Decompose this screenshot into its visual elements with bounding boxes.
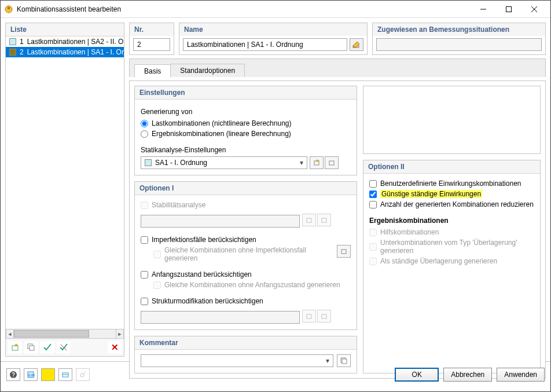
check-stabilitaet-label: Stabilitätsanalyse <box>152 201 205 209</box>
bem-panel: Zugewiesen an Bemessungssituationen <box>372 23 546 55</box>
tab-basis[interactable]: Basis <box>134 64 171 78</box>
check-anzahl[interactable]: Anzahl der generierten Kombinationen red… <box>369 199 534 210</box>
liste-row-label: Lastkombinationen | SA1 - I. Ord <box>27 48 124 56</box>
check-als: Als ständige Überlagerung generieren <box>369 256 534 266</box>
statik-label: Statikanalyse-Einstellungen <box>141 146 351 154</box>
cancel-button[interactable]: Abbrechen <box>443 368 492 382</box>
maximize-button[interactable] <box>496 1 521 18</box>
chevron-down-icon: ▾ <box>296 159 307 167</box>
check-strukturmod[interactable]: Strukturmodifikation berücksichtigen <box>141 296 351 306</box>
optionen2-header: Optionen II <box>363 160 540 174</box>
svg-rect-9 <box>30 346 34 350</box>
radio-ergebnis[interactable]: Ergebniskombinationen (lineare Berechnun… <box>141 129 351 139</box>
ergebnis-header: Ergebniskombinationen <box>369 217 534 225</box>
radio-lastkomb[interactable]: Lastkombinationen (nichtlineare Berechnu… <box>141 118 351 129</box>
tab-standardoptionen[interactable]: Standardoptionen <box>170 64 245 77</box>
check-guenstige-input[interactable] <box>369 190 377 198</box>
einstellungen-group: Einstellungen Generierung von Lastkombin… <box>134 86 357 175</box>
apply-button[interactable]: Anwenden <box>497 368 545 382</box>
edit-struktur-button <box>317 310 331 323</box>
new-statik-button[interactable]: ★ <box>310 156 324 169</box>
delete-button[interactable]: ✕ <box>108 341 122 354</box>
check-imperf-gleich-label: Gleiche Kombinationen ohne Imperfektions… <box>164 246 335 262</box>
settings-button[interactable] <box>76 368 90 381</box>
svg-line-29 <box>83 372 86 374</box>
uncheck-all-button[interactable] <box>57 341 71 354</box>
name-label: Name <box>179 23 367 36</box>
check-imperfektion-input[interactable] <box>141 236 148 244</box>
check-hilfs: Hilfskombinationen <box>369 227 534 237</box>
check-anfangszustand[interactable]: Anfangszustand berücksichtigen <box>141 269 351 280</box>
help-button[interactable] <box>6 368 20 381</box>
svg-rect-18 <box>307 314 311 318</box>
radio-lastkomb-label: Lastkombinationen (nichtlineare Berechnu… <box>152 119 291 127</box>
statik-select[interactable]: SA1 - I. Ordnung ▾ <box>141 156 307 169</box>
svg-rect-16 <box>322 218 326 222</box>
kommentar-header: Kommentar <box>135 336 357 350</box>
check-anf-gleich-label: Gleiche Kombinationen ohne Anfangszustan… <box>164 281 340 289</box>
check-benutzerdef[interactable]: Benutzerdefinierte Einwirkungskombinatio… <box>369 178 534 189</box>
kommentar-select[interactable]: ▾ <box>141 354 333 367</box>
kommentar-edit-button[interactable] <box>337 354 351 367</box>
check-als-input <box>369 258 377 265</box>
edit-name-button[interactable] <box>350 38 363 51</box>
liste-row[interactable]: 1 Lastkombinationen | SA2 - II. Ord <box>6 36 124 47</box>
minimize-button[interactable] <box>471 1 496 18</box>
chevron-down-icon: ▾ <box>322 357 333 365</box>
radio-lastkomb-input[interactable] <box>141 120 148 127</box>
liste-panel: Liste 1 Lastkombinationen | SA2 - II. Or… <box>5 23 124 357</box>
new-item-button[interactable]: ★ <box>8 341 22 354</box>
check-all-button[interactable] <box>41 341 54 354</box>
check-als-label: Als ständige Überlagerung generieren <box>380 257 497 265</box>
check-imperf-gleich: Gleiche Kombinationen ohne Imperfektions… <box>153 245 335 263</box>
name-input[interactable] <box>183 38 347 51</box>
liste-row[interactable]: 2 Lastkombinationen | SA1 - I. Ord <box>6 47 124 57</box>
new-struktur-button <box>302 310 316 323</box>
check-benutzerdef-label: Benutzerdefinierte Einwirkungskombinatio… <box>380 179 521 188</box>
gen-von-label: Generierung von <box>141 108 351 116</box>
calc-button[interactable]: 0,00 <box>24 368 38 381</box>
check-hilfs-label: Hilfskombinationen <box>380 228 439 236</box>
radio-ergebnis-input[interactable] <box>141 130 148 138</box>
horizontal-scrollbar[interactable]: ◄ ► <box>6 329 124 338</box>
titlebar: Kombinationsassistent bearbeiten <box>1 1 550 18</box>
color-button[interactable] <box>41 368 55 381</box>
svg-rect-3 <box>506 6 512 12</box>
tabs: Basis Standardoptionen <box>129 58 546 77</box>
liste-header: Liste <box>6 23 124 36</box>
svg-text:★: ★ <box>315 159 319 163</box>
name-panel: Name <box>179 23 368 55</box>
scroll-right-icon[interactable]: ► <box>116 329 124 338</box>
swatch-icon <box>9 38 16 45</box>
check-guenstige[interactable]: Günstige ständige Einwirkungen <box>369 189 534 199</box>
scroll-left-icon[interactable]: ◄ <box>6 329 14 338</box>
check-anzahl-input[interactable] <box>369 201 377 208</box>
edit-imperf-button[interactable] <box>337 245 351 258</box>
check-anfangszustand-label: Anfangszustand berücksichtigen <box>152 270 252 279</box>
statik-select-value: SA1 - I. Ordnung <box>155 159 296 167</box>
view-button[interactable] <box>58 368 72 381</box>
window-title: Kombinationsassistent bearbeiten <box>17 5 471 13</box>
nr-input[interactable] <box>133 38 170 51</box>
scroll-thumb[interactable] <box>14 330 89 338</box>
svg-rect-19 <box>322 314 326 318</box>
liste-row-label: Lastkombinationen | SA2 - II. Ord <box>27 38 124 46</box>
ok-button[interactable]: OK <box>395 368 439 382</box>
check-anfangszustand-input[interactable] <box>141 271 148 279</box>
check-imperfektion-label: Imperfektionsfälle berücksichtigen <box>152 236 256 244</box>
edit-statik-button[interactable] <box>325 156 339 169</box>
svg-rect-14 <box>329 161 334 165</box>
liste-body[interactable]: 1 Lastkombinationen | SA2 - II. Ord 2 La… <box>6 36 124 329</box>
swatch-icon <box>9 49 16 56</box>
copy-item-button[interactable] <box>24 341 38 354</box>
svg-rect-15 <box>307 218 311 222</box>
check-guenstige-label: Günstige ständige Einwirkungen <box>380 190 482 198</box>
check-strukturmod-input[interactable] <box>141 298 148 305</box>
svg-point-23 <box>13 376 14 378</box>
struktur-select <box>141 311 300 324</box>
nr-panel: Nr. <box>129 23 174 55</box>
main-body: Einstellungen Generierung von Lastkombin… <box>129 80 546 379</box>
check-benutzerdef-input[interactable] <box>369 180 377 188</box>
close-button[interactable] <box>521 1 547 18</box>
check-imperfektion[interactable]: Imperfektionsfälle berücksichtigen <box>141 235 351 245</box>
